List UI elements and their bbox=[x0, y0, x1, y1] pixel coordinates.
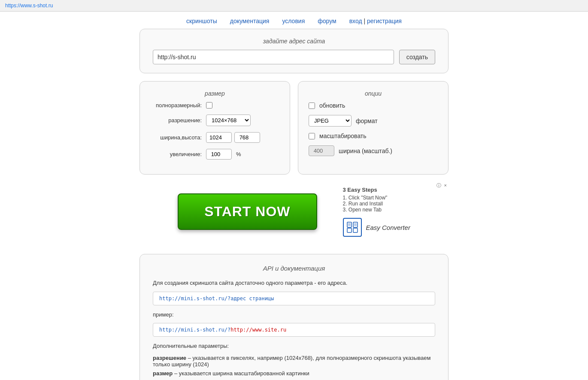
options-panel-title: опции bbox=[309, 90, 438, 97]
size-panel: размер полноразмерный: разрешение: 800×6… bbox=[139, 81, 290, 175]
api-param-size: размер – указывается ширина масштабирова… bbox=[153, 370, 435, 377]
api-url2-prefix: http://mini.s-shot.ru/? bbox=[159, 327, 230, 333]
width-input[interactable] bbox=[206, 132, 232, 143]
ad-corner: ⓘ × bbox=[436, 182, 449, 189]
api-extra-params-label: Дополнительные параметры: bbox=[153, 342, 435, 350]
ad-converter: Easy Converter bbox=[343, 218, 410, 237]
scale-label: масштабировать bbox=[319, 133, 367, 139]
create-button[interactable]: создать bbox=[399, 50, 435, 64]
nav-divider: | bbox=[364, 18, 367, 24]
ad-steps-title: 3 Easy Steps bbox=[343, 187, 410, 193]
options-panel: опции обновить JPEG PNG формат масштабир… bbox=[298, 81, 449, 175]
resolution-row: разрешение: 800×600 1024×768 1280×1024 1… bbox=[150, 115, 279, 126]
url-input[interactable] bbox=[153, 50, 394, 64]
height-input[interactable] bbox=[234, 132, 260, 143]
api-param-resolution: разрешение – указывается в пикселях, нап… bbox=[153, 355, 435, 368]
api-url1-text: http://mini.s-shot.ru/?адрес страницы bbox=[159, 296, 274, 302]
refresh-label: обновить bbox=[319, 102, 345, 109]
scale-width-row: ширина (масштаб.) bbox=[309, 145, 438, 156]
wh-row: ширина,высота: bbox=[150, 132, 279, 143]
ad-info-icon[interactable]: ⓘ bbox=[436, 183, 441, 188]
zoom-label: увеличение: bbox=[150, 151, 202, 157]
converter-icon bbox=[343, 218, 362, 237]
nav-screenshots[interactable]: скриншоты bbox=[186, 18, 217, 24]
format-row: JPEG PNG формат bbox=[309, 115, 438, 127]
nav-forum[interactable]: форум bbox=[318, 18, 336, 24]
ad-section: ⓘ × START NOW 3 Easy Steps 1. Click "Sta… bbox=[139, 182, 449, 245]
refresh-row: обновить bbox=[309, 102, 438, 109]
nav-register[interactable]: регистрация bbox=[367, 18, 402, 24]
main-content: задайте адрес сайта создать размер полно… bbox=[131, 29, 457, 380]
nav-terms[interactable]: условия bbox=[282, 18, 305, 24]
fullsize-checkbox[interactable] bbox=[206, 102, 212, 109]
ad-step3: 3. Open new Tab bbox=[343, 207, 410, 213]
api-param-size-desc: – указывается ширина масштабированной ка… bbox=[173, 370, 309, 377]
scale-width-input[interactable] bbox=[309, 145, 334, 156]
nav-docs[interactable]: документация bbox=[230, 18, 270, 24]
resolution-select[interactable]: 800×600 1024×768 1280×1024 1920×1080 bbox=[206, 115, 251, 126]
api-url-example1: http://mini.s-shot.ru/?адрес страницы bbox=[153, 292, 435, 305]
api-url2-link: http://www.site.ru bbox=[230, 327, 286, 333]
format-label: формат bbox=[356, 118, 378, 124]
start-now-button[interactable]: START NOW bbox=[178, 193, 317, 230]
zoom-row: увеличение: % bbox=[150, 149, 279, 160]
ad-steps: 3 Easy Steps 1. Click "Start Now" 2. Run… bbox=[343, 187, 410, 213]
refresh-checkbox[interactable] bbox=[309, 103, 315, 109]
main-navigation: скриншоты документация условия форум вхо… bbox=[0, 12, 588, 29]
scale-width-label: ширина (масштаб.) bbox=[339, 148, 392, 154]
api-url-example2: http://mini.s-shot.ru/?http://www.site.r… bbox=[153, 323, 435, 337]
svg-rect-0 bbox=[347, 222, 352, 227]
api-param-resolution-desc: – указывается в пикселях, например (1024… bbox=[153, 355, 431, 368]
ad-close-icon[interactable]: × bbox=[444, 183, 447, 188]
nav-login[interactable]: вход bbox=[349, 18, 362, 24]
ad-right: 3 Easy Steps 1. Click "Start Now" 2. Run… bbox=[343, 187, 410, 237]
fullsize-label: полноразмерный: bbox=[150, 102, 202, 109]
api-param-resolution-label: разрешение bbox=[153, 355, 186, 361]
api-section: API и документация Для создания скриншот… bbox=[139, 254, 449, 380]
format-select[interactable]: JPEG PNG bbox=[309, 115, 352, 127]
scale-checkbox[interactable] bbox=[309, 133, 315, 139]
ad-step2: 2. Run and Install bbox=[343, 201, 410, 207]
api-param-size-label: размер bbox=[153, 370, 173, 377]
url-panel-title: задайте адрес сайта bbox=[153, 38, 435, 45]
api-intro: Для создания скриншота сайта достаточно … bbox=[153, 279, 435, 287]
size-panel-title: размер bbox=[150, 90, 279, 97]
size-options-row: размер полноразмерный: разрешение: 800×6… bbox=[139, 81, 449, 175]
svg-rect-2 bbox=[347, 228, 352, 232]
wh-label: ширина,высота: bbox=[150, 134, 202, 141]
wh-inputs bbox=[206, 132, 260, 143]
nav-right: вход | регистрация bbox=[349, 18, 402, 24]
url-panel: задайте адрес сайта создать bbox=[139, 29, 449, 73]
scale-row: масштабировать bbox=[309, 133, 438, 139]
ad-step1: 1. Click "Start Now" bbox=[343, 195, 410, 201]
zoom-unit: % bbox=[236, 151, 241, 157]
api-title: API и документация bbox=[153, 265, 435, 272]
fullsize-row: полноразмерный: bbox=[150, 102, 279, 109]
converter-name: Easy Converter bbox=[366, 224, 410, 231]
svg-rect-3 bbox=[353, 228, 358, 232]
zoom-input[interactable] bbox=[206, 149, 232, 160]
url-row: создать bbox=[153, 50, 435, 64]
api-example-label: пример: bbox=[153, 311, 435, 319]
svg-rect-1 bbox=[353, 222, 358, 227]
browser-url-bar: https://www.s-shot.ru bbox=[0, 0, 588, 12]
resolution-label: разрешение: bbox=[150, 117, 202, 124]
